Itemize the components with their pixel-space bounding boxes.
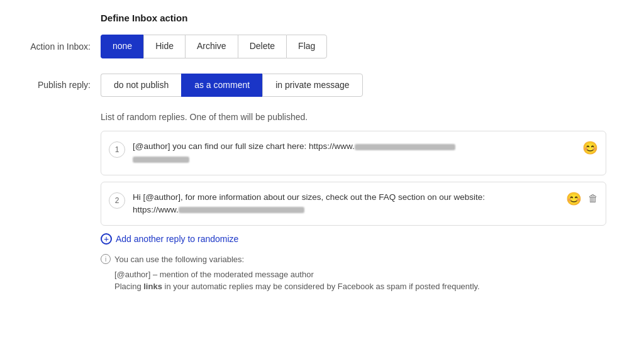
btn-archive[interactable]: Archive xyxy=(185,35,238,58)
publish-reply-label: Publish reply: xyxy=(25,80,101,90)
btn-none[interactable]: none xyxy=(101,35,143,58)
info-icon: i xyxy=(101,254,111,264)
emoji-button-2[interactable]: 😊 xyxy=(566,191,582,206)
add-reply-label: Add another reply to randomize xyxy=(116,234,238,244)
info-variable-2: Placing links in your automatic replies … xyxy=(114,282,619,291)
publish-reply-row: Publish reply: do not publish as a comme… xyxy=(25,74,619,97)
reply-number-1: 1 xyxy=(109,141,125,158)
info-variables-label: You can use the following variables: xyxy=(114,253,244,266)
publish-reply-btn-group: do not publish as a comment in private m… xyxy=(101,74,363,97)
info-variable-2-pre: Placing xyxy=(114,282,143,291)
btn-hide[interactable]: Hide xyxy=(143,35,185,58)
list-label: List of random replies. One of them will… xyxy=(101,112,619,122)
btn-delete[interactable]: Delete xyxy=(238,35,286,58)
info-variable-2-bold: links xyxy=(143,282,162,291)
reply-text-2: Hi [@author], for more information about… xyxy=(133,191,560,217)
info-section: i You can use the following variables: [… xyxy=(101,253,619,291)
section-title: Define Inbox action xyxy=(101,13,619,23)
reply-list: 1 [@author] you can find our full size c… xyxy=(101,131,606,226)
reply-item-2: 2 Hi [@author], for more information abo… xyxy=(101,182,606,226)
reply-text-1: [@author] you can find our full size cha… xyxy=(133,140,576,166)
action-in-inbox-row: Action in Inbox: none Hide Archive Delet… xyxy=(25,35,619,58)
reply-item: 1 [@author] you can find our full size c… xyxy=(101,131,606,175)
info-variable-2-post: in your automatic replies may be conside… xyxy=(162,282,480,291)
btn-as-a-comment[interactable]: as a comment xyxy=(181,74,262,97)
btn-do-not-publish[interactable]: do not publish xyxy=(101,74,181,97)
add-reply-link[interactable]: + Add another reply to randomize xyxy=(101,233,619,245)
delete-reply-button-2[interactable]: 🗑 xyxy=(588,193,598,204)
reply-blurred-1b xyxy=(133,157,189,163)
reply-text-prefix-2: Hi [@author], for more information about… xyxy=(133,192,485,202)
action-in-inbox-label: Action in Inbox: xyxy=(25,41,101,52)
plus-circle-icon: + xyxy=(101,233,112,245)
reply-text-prefix-1: [@author] you can find our full size cha… xyxy=(133,141,355,151)
reply-text-suffix-2: https://www. xyxy=(133,205,179,214)
reply-number-2: 2 xyxy=(109,192,125,209)
emoji-button-1[interactable]: 😊 xyxy=(582,140,598,155)
info-variable-1: [@author] – mention of the moderated mes… xyxy=(114,270,619,279)
btn-flag[interactable]: Flag xyxy=(286,35,327,58)
btn-in-private-message[interactable]: in private message xyxy=(262,74,363,97)
reply-blurred-1a xyxy=(355,144,455,150)
info-variables-row: i You can use the following variables: xyxy=(101,253,619,266)
reply-actions-2: 😊 🗑 xyxy=(566,191,598,206)
action-in-inbox-btn-group: none Hide Archive Delete Flag xyxy=(101,35,327,58)
reply-blurred-2 xyxy=(179,207,304,213)
reply-actions-1: 😊 xyxy=(582,140,598,155)
